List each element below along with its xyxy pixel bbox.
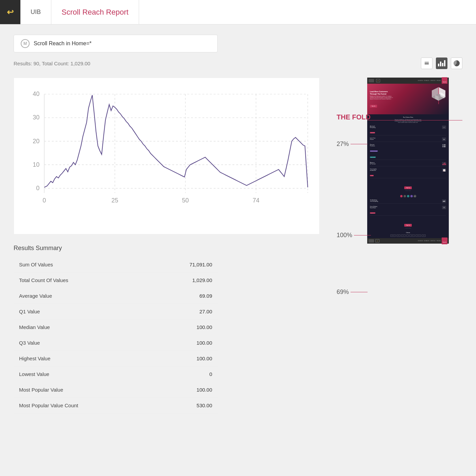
page-top-nav: ↩ BUSINESS BEHAVIOR SERVICES PRICING Sig… [367,78,449,84]
row-label: Most Popular Value Count [14,398,152,413]
table-row: Lowest Value0 [14,366,218,382]
feature-help: Get a HelpingHand Brain Coming soon ☠ [370,205,446,216]
table-row: Highest Value100.00 [14,351,218,366]
clients-logos: tictonline pleso LIVRA L LIBERO V.RGILIO… [370,234,446,237]
page-hero: Lead More CustomersThrough The Funnel An… [367,84,449,114]
table-row: Sum Of Values71,091.00 [14,257,218,273]
view-icons [421,58,462,69]
svg-text:74: 74 [253,197,259,204]
row-label: Median Value [14,319,152,335]
tab-report-label: Scroll Reach Report [62,8,129,17]
row-label: Most Popular Value [14,382,152,398]
page-test-section: </> Test Anything,Test Everything A|B [367,193,449,219]
svg-text:20: 20 [33,138,39,145]
feature-insights: Turn InsightsInto Actions Funnels 📈 [370,168,446,178]
row-label: Lowest Value [14,366,152,382]
section-subtitle: Business Intelligence, UX Research and O… [370,119,446,123]
feature-invert-funnel: Invert YourFunnel ▦ [370,137,446,142]
fold-label: THE FOLD [337,113,371,121]
row-label: Q1 Value [14,304,152,319]
table-row: Median Value100.00 [14,319,218,335]
results-summary-title: Results Summary [14,245,320,252]
hero-title: Lead More CustomersThrough The Funnel [370,91,393,95]
row-label: Average Value [14,288,152,304]
svg-text:40: 40 [33,91,39,97]
hero-subtitle: Analytics and Optimization platform for … [370,96,393,100]
tab-uib[interactable]: UIB [20,0,51,24]
feature-discover: DiscoverProblems Behavioral Heatmaps Fro… [370,143,446,160]
tab-report[interactable]: Scroll Reach Report [51,0,139,24]
row-value: 1,029.00 [152,273,218,288]
logo-area: ↩ [0,0,20,24]
search-bar[interactable]: M Scroll Reach in Home=* [14,35,218,52]
search-query: Scroll Reach in Home=* [34,40,91,47]
row-value: 69.09 [152,288,218,304]
row-value: 530.00 [152,398,218,413]
bar-chart-icon [438,60,445,66]
fold-line [367,120,462,120]
table-row: Average Value69.09 [14,288,218,304]
pie-chart-view-button[interactable] [451,58,462,69]
feature-measure: Measure& Prioritize [370,161,446,166]
pct-69-marker: 69% [337,289,368,296]
page-with-markers: THE FOLD 27% 69% 100% [333,78,462,244]
table-row: Most Popular Value100.00 [14,382,218,398]
right-panel: THE FOLD 27% 69% 100% [333,78,462,413]
row-label: Highest Value [14,351,152,366]
table-row: Q3 Value100.00 [14,335,218,351]
page-cta-section-2: Sign Up or book a demo [367,219,449,230]
table-row: Total Count Of Values1,029.00 [14,273,218,288]
page-clients: Clients tictonline pleso LIVRA L LIBERO … [367,230,449,238]
feature-autotrack: AutotrackEverything Autotracking </> [370,125,446,135]
scroll-chart: 40 30 20 10 0 0 25 50 74 [21,85,312,226]
logo-icon: ↩ [7,7,14,17]
pie-chart-icon [454,60,460,66]
svg-text:0: 0 [42,197,46,204]
table-row: Most Popular Value Count530.00 [14,398,218,413]
page-cta-btn: Sign Up [404,186,412,189]
svg-text:50: 50 [182,197,189,204]
chart-container: 40 30 20 10 0 0 25 50 74 [14,78,320,234]
row-value: 100.00 [152,382,218,398]
bar-chart-view-button[interactable] [436,58,447,69]
hero-3d-shape [430,85,447,106]
row-label: Sum Of Values [14,257,152,273]
left-panel: 40 30 20 10 0 0 25 50 74 Results Summary [14,78,320,413]
pct-100-line [354,235,371,235]
feature-test: Test Anything,Test Everything A|B [370,199,446,204]
summary-table: Sum Of Values71,091.00Total Count Of Val… [14,257,218,413]
row-label: Q3 Value [14,335,152,351]
svg-text:30: 30 [33,114,39,121]
row-value: 100.00 [152,351,218,366]
page-cta-section: Sign Up or book a demo [367,182,449,193]
pct-27-marker: 27% [337,141,368,148]
row-value: 27.00 [152,304,218,319]
app-header: ↩ UIB Scroll Reach Report [0,0,476,24]
row-value: 100.00 [152,319,218,335]
row-value: 0 [152,366,218,382]
row-label: Total Count Of Values [14,273,152,288]
page-hero-text: Lead More CustomersThrough The Funnel An… [370,91,393,108]
page-footer: ↩ BUSINESS BEHAVIOR SERVICES PRICING Sig… [367,238,449,244]
list-view-button[interactable] [421,58,432,69]
tab-uib-label: UIB [31,9,41,16]
svg-text:10: 10 [33,161,39,168]
pct-27-line [351,144,368,144]
page-perfect-flow: The Perfect Flow Business Intelligence, … [367,114,449,182]
table-row: Q1 Value27.00 [14,304,218,319]
list-icon [425,62,429,65]
svg-text:0: 0 [36,185,39,192]
results-text: Results: 90, Total Count: 1,029.00 [14,61,421,66]
content-area: 40 30 20 10 0 0 25 50 74 Results Summary [14,78,462,413]
results-summary: Results Summary Sum Of Values71,091.00To… [14,245,320,413]
pct-100-marker: 100% [337,232,371,239]
row-value: 100.00 [152,335,218,351]
results-row: Results: 90, Total Count: 1,029.00 [14,58,462,69]
page-cta-btn-2: Sign Up [404,224,412,227]
clients-title: Clients [370,232,446,233]
row-value: 71,091.00 [152,257,218,273]
page-mockup: ↩ BUSINESS BEHAVIOR SERVICES PRICING Sig… [367,78,449,244]
search-m-icon: M [21,39,30,48]
section-title: The Perfect Flow [370,116,446,118]
main-content: M Scroll Reach in Home=* Results: 90, To… [0,24,476,424]
